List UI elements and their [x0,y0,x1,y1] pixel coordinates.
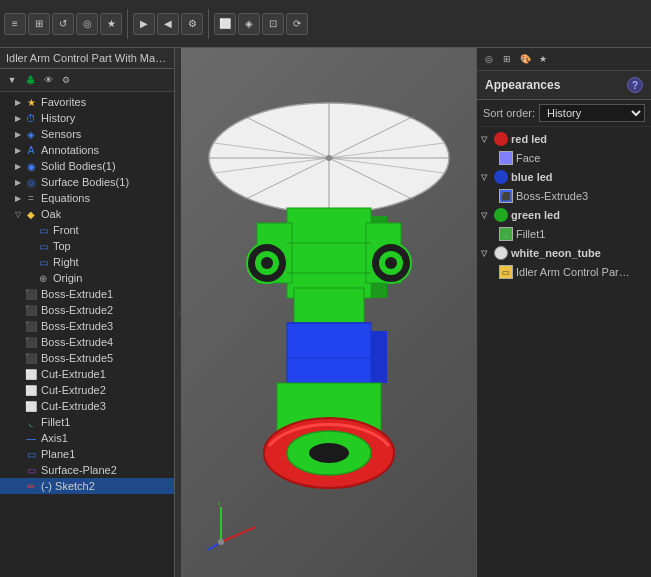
equations-icon: = [24,191,38,205]
help-button[interactable]: ? [627,77,643,93]
tree-item-surface-plane2[interactable]: ▭ Surface-Plane2 [0,462,174,478]
fillet1-icon: ◟ [24,415,38,429]
target-icon[interactable]: ◎ [76,13,98,35]
boss4-label: Boss-Extrude4 [41,336,113,348]
tree-item-history[interactable]: ▶ ⏱ History [0,110,174,126]
viewport[interactable]: X Y Z [181,48,476,577]
tree-item-boss4[interactable]: ⬛ Boss-Extrude4 [0,334,174,350]
arrow-cut2 [12,384,24,396]
left-panel: Idler Arm Control Part With Material (De… [0,48,175,577]
tree-item-axis1[interactable]: — Axis1 [0,430,174,446]
appearances-tool4[interactable]: ★ [535,51,551,67]
tool1-icon[interactable]: ⬜ [214,13,236,35]
tool2-icon[interactable]: ◈ [238,13,260,35]
tree-item-oak[interactable]: ▽ ◆ Oak [0,206,174,222]
svg-rect-18 [294,288,364,323]
surface-bodies-icon: ◎ [24,175,38,189]
appearance-group-blue-led[interactable]: ▽ blue led [477,167,651,187]
fillet1-app-label: Fillet1 [516,228,545,240]
arrow-history: ▶ [12,112,24,124]
svg-point-35 [218,539,224,545]
tree-item-cut2[interactable]: ⬜ Cut-Extrude2 [0,382,174,398]
right-plane-icon: ▭ [36,255,50,269]
tree-item-annotations[interactable]: ▶ A Annotations [0,142,174,158]
tree-item-top[interactable]: ▭ Top [0,238,174,254]
menu-icon[interactable]: ≡ [4,13,26,35]
tree-item-origin[interactable]: ⊕ Origin [0,270,174,286]
appearance-child-idler-arm[interactable]: ▭ Idler Arm Control Part With Mat [477,263,651,281]
forward-icon[interactable]: ▶ [133,13,155,35]
tree-item-sketch2[interactable]: ✏ (-) Sketch2 [0,478,174,494]
tree-item-equations[interactable]: ▶ = Equations [0,190,174,206]
tree-item-boss1[interactable]: ⬛ Boss-Extrude1 [0,286,174,302]
appearance-group-white-neon[interactable]: ▽ white_neon_tube [477,243,651,263]
red-led-color-icon [494,132,508,146]
arrow-boss4 [12,336,24,348]
front-icon: ▭ [36,223,50,237]
tree-item-boss5[interactable]: ⬛ Boss-Extrude5 [0,350,174,366]
back-icon[interactable]: ◀ [157,13,179,35]
appearances-tool1[interactable]: ◎ [481,51,497,67]
arrow-solid: ▶ [12,160,24,172]
svg-line-29 [221,527,256,542]
face-label: Face [516,152,540,164]
top-icon: ▭ [36,239,50,253]
sort-order-row: Sort order: History Name Type [477,100,651,127]
history-label: History [41,112,75,124]
arrow-plane1 [12,448,24,460]
star-icon[interactable]: ★ [100,13,122,35]
tree-item-front[interactable]: ▭ Front [0,222,174,238]
boss3-label: Boss-Extrude3 [41,320,113,332]
cut2-label: Cut-Extrude2 [41,384,106,396]
arrow-top [24,240,36,252]
tool3-icon[interactable]: ⊡ [262,13,284,35]
appearance-group-green-led[interactable]: ▽ green led [477,205,651,225]
red-led-label: red led [511,133,547,145]
sensors-icon: ◈ [24,127,38,141]
tree-item-boss2[interactable]: ⬛ Boss-Extrude2 [0,302,174,318]
tool4-icon[interactable]: ⟳ [286,13,308,35]
view-icon[interactable]: 👁 [40,72,56,88]
green-led-color-icon [494,208,508,222]
appearance-group-red-led[interactable]: ▽ red led [477,129,651,149]
arrow-cut3 [12,400,24,412]
white-neon-color-icon [494,246,508,260]
tree-item-plane1[interactable]: ▭ Plane1 [0,446,174,462]
main-area: Idler Arm Control Part With Material (De… [0,48,651,577]
tree-item-surface-bodies[interactable]: ▶ ◎ Surface Bodies(1) [0,174,174,190]
idler-arm-label: Idler Arm Control Part With Mat [516,266,631,278]
sort-order-select[interactable]: History Name Type [539,104,645,122]
right-panel: ◎ ⊞ 🎨 ★ Appearances ? Sort order: Histor… [476,48,651,577]
tree-item-boss3[interactable]: ⬛ Boss-Extrude3 [0,318,174,334]
arrow-axis1 [12,432,24,444]
tree-item-cut1[interactable]: ⬜ Cut-Extrude1 [0,366,174,382]
tree-icon[interactable]: 🌲 [22,72,38,88]
arrow-surface: ▶ [12,176,24,188]
sketch2-icon: ✏ [24,479,38,493]
tree-item-solid-bodies[interactable]: ▶ ◉ Solid Bodies(1) [0,158,174,174]
arrow-oak: ▽ [12,208,24,220]
appearances-title: Appearances [485,78,560,92]
grid-icon[interactable]: ⊞ [28,13,50,35]
appearance-child-face[interactable]: Face [477,149,651,167]
svg-text:Z: Z [206,550,211,552]
collapse-blue-led: ▽ [481,173,491,182]
config-icon[interactable]: ⚙ [58,72,74,88]
arrow-boss5 [12,352,24,364]
3d-model [189,98,469,528]
settings-icon[interactable]: ⚙ [181,13,203,35]
filter-icon[interactable]: ▼ [4,72,20,88]
appearance-child-boss-extrude3[interactable]: ⬛ Boss-Extrude3 [477,187,651,205]
appearances-tool3[interactable]: 🎨 [517,51,533,67]
tree-item-sensors[interactable]: ▶ ◈ Sensors [0,126,174,142]
appearances-tool2[interactable]: ⊞ [499,51,515,67]
tree-item-favorites[interactable]: ▶ ★ Favorites [0,94,174,110]
tree-item-right[interactable]: ▭ Right [0,254,174,270]
rotate-icon[interactable]: ↺ [52,13,74,35]
appearance-child-fillet1[interactable]: ◟ Fillet1 [477,225,651,243]
tree-item-fillet1[interactable]: ◟ Fillet1 [0,414,174,430]
origin-label: Origin [53,272,82,284]
tree-item-cut3[interactable]: ⬜ Cut-Extrude3 [0,398,174,414]
history-icon: ⏱ [24,111,38,125]
arrow-equations: ▶ [12,192,24,204]
